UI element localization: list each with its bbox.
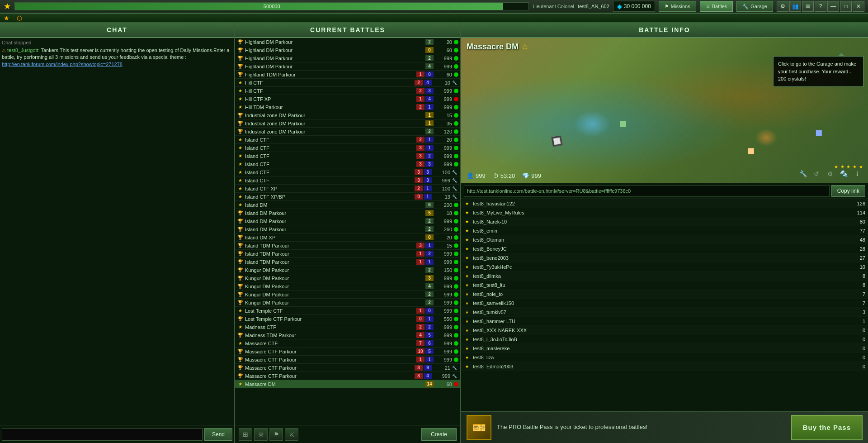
- battle-row[interactable]: 🏆Highland DM Parkour4999: [235, 62, 460, 71]
- battle-row[interactable]: ★Massacre DM1460: [235, 380, 460, 388]
- garage-button[interactable]: 🔧 Garage: [736, 1, 773, 12]
- help-button[interactable]: ?: [815, 1, 826, 12]
- battle-row[interactable]: 🏆Madness TDM Parkour45999: [235, 331, 460, 339]
- battle-row[interactable]: ★Island CTF32999: [235, 152, 460, 160]
- player-rank-icon: ★: [464, 264, 470, 270]
- maximize-button[interactable]: □: [840, 1, 852, 12]
- battle-score: 23: [416, 88, 434, 94]
- settings-button[interactable]: ⚙: [777, 1, 788, 12]
- battle-type-icon: 🏆: [237, 259, 243, 265]
- battle-name-label: Industrial zone DM Parkour: [245, 129, 425, 134]
- player-rank-icon: ★: [464, 237, 470, 243]
- battle-row[interactable]: 🏆Kungur DM Parkour4999: [235, 282, 460, 291]
- battle-name-label: Hill TDM Parkour: [245, 105, 416, 110]
- battle-row[interactable]: ★Island DM6200: [235, 201, 460, 209]
- battle-count: 999: [436, 145, 452, 151]
- battle-row[interactable]: 🏆Island TDM Parkour11999: [235, 258, 460, 266]
- battle-status-indicator: [454, 89, 458, 93]
- player-row: ★test8_emin77: [461, 226, 868, 235]
- battle-row[interactable]: 🏆Kungur DM Parkour2150: [235, 266, 460, 274]
- missions-button[interactable]: ⚑ Missions: [659, 1, 696, 12]
- battle-row[interactable]: 🏆Kungur DM Parkour2999: [235, 291, 460, 299]
- battle-row[interactable]: ★Madness CTF22999: [235, 323, 460, 331]
- battle-status-indicator: [454, 56, 458, 61]
- battles-button[interactable]: ⚔ Battles: [700, 1, 733, 12]
- player-name: test8_XXX-NAREK-XXX: [473, 328, 852, 333]
- buy-pass-button[interactable]: Buy the Pass: [791, 415, 863, 440]
- notifications-button[interactable]: ✉: [802, 1, 814, 12]
- copy-link-button[interactable]: Copy link: [831, 185, 865, 197]
- battle-type-icon: 🏆: [237, 348, 243, 355]
- battle-score: 12: [416, 251, 434, 257]
- battle-row[interactable]: 🏆Massacre CTF Parkour11999: [235, 356, 460, 364]
- battle-row[interactable]: ★Island CTF XP/BP0113🔧: [235, 193, 460, 201]
- battle-type-icon: ★: [237, 161, 243, 167]
- player-row: ★test8_Narek-1080: [461, 217, 868, 226]
- player-rank-icon: ★: [464, 219, 470, 225]
- battle-row[interactable]: 🏆Island DM Parkour518: [235, 209, 460, 217]
- battle-row[interactable]: ★Island CTF XP21100🔧: [235, 185, 460, 193]
- battle-count: 35: [436, 121, 452, 126]
- minimize-button[interactable]: —: [827, 1, 839, 12]
- battle-row[interactable]: 🏆Highland DM Parkour060: [235, 46, 460, 54]
- battle-row[interactable]: ★Hill TDM Parkour21999: [235, 103, 460, 111]
- battle-row[interactable]: ★Island CTF33999: [235, 160, 460, 168]
- battle-row[interactable]: ★Island CTF33100🔧: [235, 168, 460, 176]
- battle-row[interactable]: 🏆Island TDM Parkour12999: [235, 250, 460, 258]
- friends-button[interactable]: 👥: [789, 1, 801, 12]
- battle-count: 999: [436, 56, 452, 61]
- all-battles-icon[interactable]: ⊞: [239, 428, 252, 441]
- battle-row[interactable]: 🏆Highland TDM Parkour1060: [235, 71, 460, 79]
- player-row: ★test8_Ty3ukHePc10: [461, 262, 868, 272]
- battle-row[interactable]: 🏆Kungur DM Parkour3999: [235, 274, 460, 282]
- tdm-battles-icon[interactable]: ⚔: [285, 428, 298, 441]
- player-row: ★test8_tumkiv573: [461, 308, 868, 317]
- battle-row[interactable]: ★Hill CTF2410🔧: [235, 79, 460, 87]
- player-score: 10: [852, 264, 865, 270]
- battle-row[interactable]: ★Island CTF2120: [235, 136, 460, 144]
- battles-panel: CURRENT BATTLES 🏆Highland DM Parkour220🏆…: [235, 23, 461, 443]
- battle-row[interactable]: 🏆Kungur DM Parkour2999: [235, 299, 460, 307]
- ctf-battles-icon[interactable]: ⚑: [269, 428, 283, 441]
- battle-row[interactable]: 🏆Lost Temple CTF Parkour01550: [235, 315, 460, 323]
- battle-row[interactable]: 🏆Island DM Parkour2260: [235, 225, 460, 233]
- battle-row[interactable]: ★Island CTF31999: [235, 144, 460, 152]
- create-battle-button[interactable]: Create: [421, 428, 457, 441]
- player-rank-icon: ★: [464, 273, 470, 279]
- player-row: ★test8_nole_to7: [461, 290, 868, 299]
- battle-count: 999: [436, 333, 452, 338]
- battle-status-indicator: [454, 292, 458, 297]
- battle-row[interactable]: 🏆Island DM Parkour2999: [235, 217, 460, 225]
- send-button[interactable]: Send: [204, 428, 232, 441]
- battle-row[interactable]: 🏆Island DM XP020: [235, 233, 460, 242]
- battle-count: 999: [436, 153, 452, 159]
- battle-row[interactable]: 🏆Island TDM Parkour3115: [235, 242, 460, 250]
- close-button[interactable]: ✕: [853, 1, 864, 12]
- battle-row[interactable]: 🏆Industrial zone DM Parkour135: [235, 119, 460, 128]
- username-label: test8_AN_602: [578, 4, 609, 9]
- players-stat: 👤 999: [467, 172, 486, 179]
- battle-row[interactable]: 🏆Industrial zone DM Parkour115: [235, 111, 460, 119]
- chat-input[interactable]: [2, 428, 203, 441]
- battle-name-label: Island DM Parkour: [245, 219, 425, 224]
- battle-row[interactable]: ★Massacre CTF76999: [235, 339, 460, 348]
- battle-row[interactable]: ★Hill CTF XP14999: [235, 95, 460, 103]
- battle-row[interactable]: 🏆Highland DM Parkour2999: [235, 54, 460, 62]
- battle-name-label: Island DM Parkour: [245, 227, 425, 232]
- battle-name-label: Highland TDM Parkour: [245, 72, 416, 77]
- player-row: ★test8_hayastan122126: [461, 199, 868, 208]
- battle-name-label: Island CTF XP/BP: [245, 194, 415, 200]
- battle-type-icon: 🏆: [237, 243, 243, 249]
- battle-row[interactable]: ★Hill CTF23999: [235, 87, 460, 95]
- favorite-star-icon[interactable]: ☆: [521, 42, 528, 52]
- battle-link-input[interactable]: [464, 185, 830, 197]
- chat-link[interactable]: http://en.tankiforum.com/index.php?showt…: [2, 62, 123, 67]
- battle-row[interactable]: 🏆Massacre CTF Parkour105999: [235, 348, 460, 356]
- battle-row[interactable]: ★Lost Temple CTF10999: [235, 307, 460, 315]
- battle-row[interactable]: ★Island CTF33999🔧: [235, 176, 460, 185]
- battle-row[interactable]: 🏆Industrial zone DM Parkour2120: [235, 128, 460, 136]
- dm-battles-icon[interactable]: ☠: [254, 428, 268, 441]
- battle-row[interactable]: 🏆Massacre CTF Parkour84999🔧: [235, 372, 460, 380]
- battle-row[interactable]: 🏆Massacre CTF Parkour8921🔧: [235, 364, 460, 372]
- battle-row[interactable]: 🏆Highland DM Parkour220: [235, 38, 460, 46]
